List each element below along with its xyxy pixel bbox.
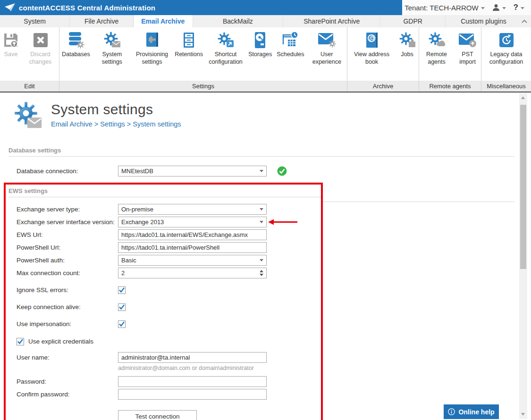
user-name-input[interactable] [118,352,267,363]
user-name-row: User name: [6,352,321,363]
max-connection-count-row: Max connection count: 2 [6,268,321,278]
shortcut-configuration-icon [217,31,235,49]
confirm-password-row: Confirm password: [6,389,321,400]
tab-custom-plugins[interactable]: Custom plugins [445,15,522,27]
online-help-label: Online help [458,408,494,416]
provisioning-settings-button[interactable]: Provisioning settings [132,30,172,81]
scrollbar-thumb[interactable] [520,105,526,269]
max-connection-count-stepper[interactable]: 2 [118,268,267,278]
jobs-button[interactable]: Jobs [396,30,419,81]
top-bar: contentACCESS Central Administration Ten… [0,0,531,15]
storages-button[interactable]: Storages [246,30,274,81]
info-icon [448,408,455,415]
tab-sharepoint-archive[interactable]: SharePoint Archive [283,15,380,27]
ribbon-group-settings: Databases System settings Provision [59,27,347,92]
pst-import-button[interactable]: PST import [454,30,481,81]
ews-url-input[interactable] [118,229,267,240]
ignore-ssl-checkbox[interactable] [118,286,126,294]
spinner-up-icon[interactable] [260,270,263,272]
breadcrumb[interactable]: Email Archive > Settings > System settin… [51,120,181,128]
confirm-password-input[interactable] [118,389,267,400]
powershell-url-input[interactable] [118,242,267,253]
spinner-down-icon[interactable] [260,274,263,276]
powershell-auth-select[interactable]: Basic [118,255,267,266]
tab-bar-spacer [522,15,531,27]
page-header: System settings Email Archive > Settings… [0,92,531,131]
system-settings-button[interactable]: System settings [93,30,132,81]
jobs-icon [398,31,416,49]
ribbon-group-archive: @ View address book Jobs Archive [347,27,419,92]
ribbon-group-label: Edit [0,81,59,92]
test-connection-button[interactable]: Test connection [118,410,197,420]
retentions-icon [181,32,197,49]
ignore-ssl-row: Ignore SSL errors: [6,285,321,295]
tab-email-archive[interactable]: Email Archive [133,15,193,27]
chevron-down-icon [502,7,506,9]
chevron-down-icon [521,7,524,9]
legacy-data-configuration-icon [498,32,514,48]
app-title: contentACCESS Central Administration [19,4,155,12]
section-divider [323,202,514,202]
user-icon [492,4,500,11]
app-window: contentACCESS Central Administration Ten… [0,0,531,420]
ribbon-collapse-chevron-icon[interactable] [522,19,527,23]
use-explicit-credentials-checkbox[interactable] [17,338,24,345]
databases-icon [67,31,85,49]
exchange-interface-version-select[interactable]: Exchange 2013 [118,217,267,227]
app-logo-icon [5,3,15,12]
tab-file-archive[interactable]: File Archive [69,15,133,27]
online-help-button[interactable]: Online help [444,404,499,419]
storages-icon [253,32,267,49]
provisioning-settings-icon [143,31,161,49]
help-menu[interactable]: ? [514,3,524,12]
remote-agents-button[interactable]: Remote agents [419,30,454,81]
page-title: System settings [51,101,181,118]
legacy-data-configuration-button[interactable]: Legacy data configuration [482,30,531,81]
system-settings-icon [103,31,121,49]
ribbon-group-label: Archive [347,81,419,92]
tab-backmailz[interactable]: BackMailz [193,15,283,27]
ribbon-group-remote-agents: Remote agents PST import Remote agents [419,27,481,92]
chevron-down-icon [260,259,263,261]
keep-connection-alive-checkbox[interactable] [118,303,126,311]
user-experience-button[interactable]: User experience [307,30,347,81]
ribbon-group-edit: Save Discard changes Edit [0,27,59,92]
ribbon: Save Discard changes Edit [0,27,531,92]
chevron-down-icon [260,221,263,223]
schedules-button[interactable]: Schedules [274,30,306,81]
view-address-book-icon: @ [364,32,379,49]
use-impersonation-row: Use impersonation: [6,319,321,329]
highlight-red-box: EWS settings Exchange server type: On-pr… [4,183,323,420]
tab-gdpr[interactable]: GDPR [380,15,445,27]
user-menu[interactable] [492,4,506,11]
check-icon [119,304,125,310]
retentions-button[interactable]: Retentions [172,30,205,81]
tab-system[interactable]: System [0,15,69,27]
tenant-selector[interactable]: Tenant: TECH-ARROW [405,4,484,12]
password-input[interactable] [118,376,267,387]
system-settings-page-icon [13,101,43,131]
powershell-url-row: PowerShell Url: [6,242,321,253]
user-experience-icon [317,32,336,49]
discard-changes-button[interactable]: Discard changes [22,30,59,81]
discard-changes-icon [33,32,49,48]
databases-button[interactable]: Databases [59,30,93,81]
database-connection-select[interactable]: MNEtestDB [118,166,267,176]
database-connection-row: Database connection: MNEtestDB [6,166,531,176]
highlight-red-arrow-icon [268,219,297,225]
shortcut-configuration-button[interactable]: Shortcut configuration [205,30,246,81]
exchange-server-type-row: Exchange server type: On-premise [6,204,321,215]
chevron-down-icon [260,208,263,210]
scroll-down-icon[interactable] [521,413,525,416]
schedules-icon [281,31,299,49]
save-button[interactable]: Save [0,30,22,81]
svg-text:@: @ [369,34,376,42]
content-area: System settings Email Archive > Settings… [0,92,531,420]
ribbon-group-miscellaneous: Legacy data configuration Miscellaneous [481,27,531,92]
exchange-server-type-select[interactable]: On-premise [118,204,267,215]
view-address-book-button[interactable]: @ View address book [348,30,396,81]
vertical-scrollbar[interactable] [519,93,527,419]
password-row: Password: [6,376,321,387]
use-impersonation-checkbox[interactable] [118,320,126,328]
scroll-up-icon[interactable] [521,96,525,99]
